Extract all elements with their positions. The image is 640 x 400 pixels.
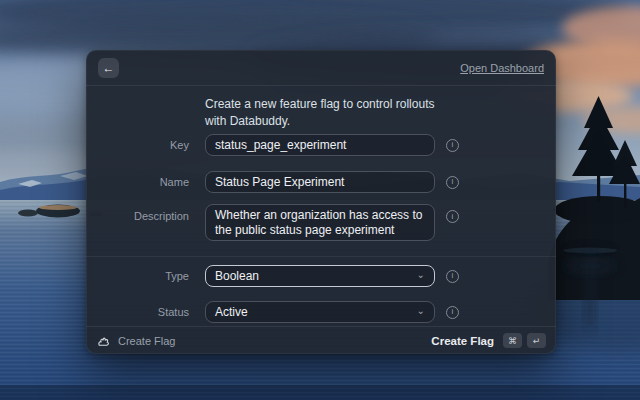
info-icon[interactable]: i bbox=[446, 139, 459, 152]
open-dashboard-link[interactable]: Open Dashboard bbox=[460, 62, 544, 74]
dialog-footer: Create Flag Create Flag ⌘ ↵ bbox=[86, 326, 556, 354]
field-row-type: Type Boolean ⌄ i bbox=[86, 265, 556, 287]
screen: ← Open Dashboard Create a new feature fl… bbox=[0, 0, 640, 400]
description-textarea[interactable]: Whether an organization has access to th… bbox=[205, 204, 435, 241]
field-row-description: Description Whether an organization has … bbox=[86, 204, 556, 241]
create-flag-submit-button[interactable]: Create Flag ⌘ ↵ bbox=[431, 333, 546, 348]
footer-app: Create Flag bbox=[96, 334, 175, 348]
key-label: Key bbox=[86, 139, 189, 151]
name-input[interactable] bbox=[205, 171, 435, 193]
type-label: Type bbox=[86, 270, 189, 282]
footer-app-label: Create Flag bbox=[118, 335, 175, 347]
info-icon[interactable]: i bbox=[446, 210, 459, 223]
status-select-value: Active bbox=[215, 305, 248, 319]
arrow-left-icon: ← bbox=[103, 62, 115, 74]
field-row-name: Name i bbox=[86, 171, 556, 193]
command-key-icon: ⌘ bbox=[503, 333, 522, 348]
dialog-body: Create a new feature flag to control rol… bbox=[86, 87, 556, 326]
submit-label: Create Flag bbox=[431, 335, 494, 347]
create-flag-dialog: ← Open Dashboard Create a new feature fl… bbox=[86, 50, 556, 354]
type-select[interactable]: Boolean ⌄ bbox=[205, 265, 435, 287]
type-select-value: Boolean bbox=[215, 269, 259, 283]
back-button[interactable]: ← bbox=[98, 58, 119, 78]
status-select[interactable]: Active ⌄ bbox=[205, 301, 435, 323]
chevron-down-icon: ⌄ bbox=[417, 306, 425, 316]
info-icon[interactable]: i bbox=[446, 176, 459, 189]
description-label: Description bbox=[86, 210, 189, 222]
intro-text: Create a new feature flag to control rol… bbox=[205, 96, 457, 129]
field-row-status: Status Active ⌄ i bbox=[86, 301, 556, 323]
section-divider bbox=[86, 256, 556, 257]
databuddy-logo-icon bbox=[96, 334, 110, 348]
chevron-down-icon: ⌄ bbox=[417, 270, 425, 280]
name-label: Name bbox=[86, 176, 189, 188]
status-label: Status bbox=[86, 306, 189, 318]
key-input[interactable] bbox=[205, 134, 435, 156]
field-row-key: Key i bbox=[86, 134, 556, 156]
dialog-header: ← Open Dashboard bbox=[86, 50, 556, 86]
info-icon[interactable]: i bbox=[446, 270, 459, 283]
enter-key-icon: ↵ bbox=[527, 333, 546, 348]
info-icon[interactable]: i bbox=[446, 306, 459, 319]
